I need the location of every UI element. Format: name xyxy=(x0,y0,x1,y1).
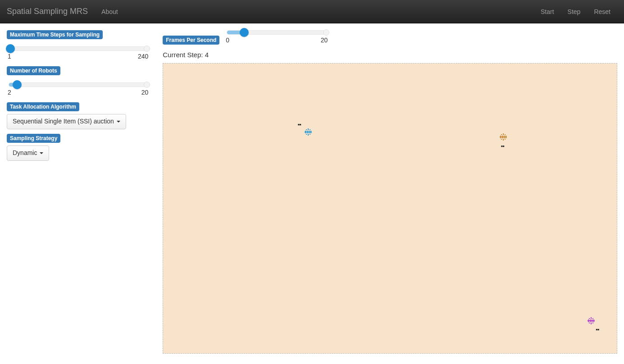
sidebar: Maximum Time Steps for Sampling 1 240 Nu… xyxy=(0,30,156,354)
current-step: Current Step: 4 xyxy=(163,51,617,59)
slider-end xyxy=(323,29,329,36)
slider-end xyxy=(144,82,150,88)
svg-rect-33 xyxy=(503,140,504,141)
strategy-label: Sampling Strategy xyxy=(7,134,60,143)
svg-rect-31 xyxy=(503,139,504,140)
nav-step[interactable]: Step xyxy=(561,1,588,22)
algorithm-selected: Sequential Single Item (SSI) auction xyxy=(13,117,114,126)
navbar: Spatial Sampling MRS About Start Step Re… xyxy=(0,0,624,23)
num-robots-label: Number of Robots xyxy=(7,66,60,75)
svg-rect-14 xyxy=(308,134,309,135)
svg-rect-6 xyxy=(309,131,310,132)
svg-rect-40 xyxy=(592,319,592,320)
svg-rect-37 xyxy=(592,318,593,319)
current-step-label: Current Step: xyxy=(163,51,203,59)
robot-0-trail: ▪▪ xyxy=(297,123,301,126)
svg-rect-7 xyxy=(310,131,311,132)
slider-handle[interactable] xyxy=(240,28,249,37)
robot-2-trail: ▪▪ xyxy=(596,328,599,330)
svg-rect-26 xyxy=(500,137,501,138)
svg-rect-23 xyxy=(504,136,505,136)
svg-rect-46 xyxy=(593,321,594,322)
svg-rect-8 xyxy=(305,132,312,132)
slider-end xyxy=(144,46,150,52)
svg-rect-45 xyxy=(592,321,592,322)
svg-rect-44 xyxy=(590,321,591,322)
svg-rect-43 xyxy=(588,321,589,322)
svg-rect-21 xyxy=(500,136,501,136)
slider-handle[interactable] xyxy=(6,44,15,53)
num-robots-slider[interactable] xyxy=(9,82,147,87)
caret-down-icon xyxy=(117,121,120,123)
max-steps-slider[interactable] xyxy=(9,46,147,51)
param-strategy: Sampling Strategy Dynamic xyxy=(7,134,149,165)
algorithm-label: Task Allocation Algorithm xyxy=(7,102,79,111)
svg-rect-34 xyxy=(591,317,592,318)
svg-rect-47 xyxy=(589,323,590,323)
robot-1-trail: ▪▪ xyxy=(501,145,504,147)
svg-rect-4 xyxy=(305,131,306,132)
slider-handle[interactable] xyxy=(13,80,22,89)
strategy-dropdown[interactable]: Dynamic xyxy=(7,146,49,161)
svg-rect-5 xyxy=(307,131,308,132)
max-steps-max: 240 xyxy=(138,53,148,60)
svg-rect-29 xyxy=(506,137,506,138)
svg-rect-2 xyxy=(308,129,309,130)
svg-rect-16 xyxy=(308,135,309,136)
current-step-value: 4 xyxy=(205,51,209,59)
nav-start[interactable]: Start xyxy=(534,1,561,22)
navbar-right: Start Step Reset xyxy=(534,1,617,22)
svg-rect-15 xyxy=(310,134,310,135)
fps-max: 20 xyxy=(321,36,328,44)
num-robots-max: 20 xyxy=(141,89,149,96)
fps-label: Frames Per Second xyxy=(163,36,219,45)
svg-rect-30 xyxy=(501,139,502,140)
param-num-robots: Number of Robots 2 20 xyxy=(7,66,149,96)
fps-min: 0 xyxy=(226,36,229,44)
algorithm-dropdown[interactable]: Sequential Single Item (SSI) auction xyxy=(7,114,126,129)
robot-0 xyxy=(305,128,312,136)
svg-rect-48 xyxy=(591,323,592,323)
svg-rect-35 xyxy=(589,318,590,319)
svg-rect-22 xyxy=(502,136,503,136)
fps-slider[interactable] xyxy=(227,30,327,35)
svg-rect-18 xyxy=(501,134,502,135)
simulation-canvas: ▪▪ ▪▪ ▪▪ xyxy=(163,63,617,354)
fps-row: Frames Per Second 0 20 xyxy=(163,30,617,47)
svg-rect-3 xyxy=(310,129,310,130)
max-steps-label: Maximum Time Steps for Sampling xyxy=(7,30,103,39)
svg-rect-27 xyxy=(502,137,503,138)
max-steps-min: 1 xyxy=(8,53,11,60)
caret-down-icon xyxy=(40,152,43,154)
svg-rect-20 xyxy=(505,134,506,135)
svg-rect-42 xyxy=(588,320,595,321)
svg-rect-50 xyxy=(591,323,592,324)
svg-rect-0 xyxy=(308,128,309,129)
svg-rect-49 xyxy=(592,323,593,323)
nav-about[interactable]: About xyxy=(95,1,125,22)
strategy-selected: Dynamic xyxy=(13,149,37,158)
svg-rect-41 xyxy=(593,319,594,320)
svg-rect-25 xyxy=(500,136,507,137)
svg-rect-9 xyxy=(305,132,306,133)
svg-rect-19 xyxy=(503,134,504,135)
svg-rect-24 xyxy=(506,136,506,136)
svg-rect-38 xyxy=(588,319,589,320)
param-max-steps: Maximum Time Steps for Sampling 1 240 xyxy=(7,30,149,60)
param-algorithm: Task Allocation Algorithm Sequential Sin… xyxy=(7,102,149,134)
svg-rect-28 xyxy=(504,137,505,138)
svg-rect-17 xyxy=(503,133,504,134)
num-robots-min: 2 xyxy=(8,89,11,96)
robot-2 xyxy=(588,317,595,324)
svg-rect-36 xyxy=(591,318,592,319)
navbar-left: About xyxy=(95,1,125,22)
main: Frames Per Second 0 20 Current Step: xyxy=(156,30,624,354)
svg-rect-39 xyxy=(590,319,591,320)
nav-reset[interactable]: Reset xyxy=(587,1,617,22)
robot-1 xyxy=(500,133,507,141)
navbar-brand[interactable]: Spatial Sampling MRS xyxy=(7,0,95,23)
svg-rect-32 xyxy=(505,139,506,140)
svg-rect-11 xyxy=(309,132,310,133)
svg-rect-10 xyxy=(307,132,308,133)
svg-rect-12 xyxy=(310,132,311,133)
